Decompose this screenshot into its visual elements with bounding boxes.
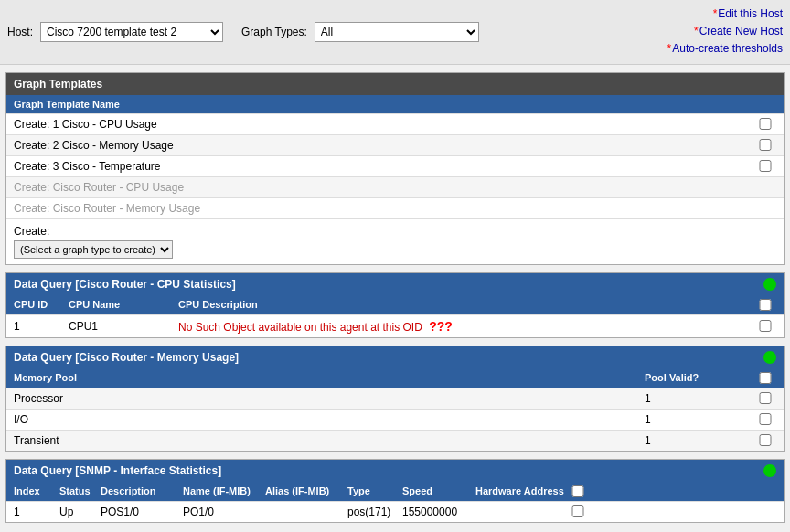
snmp-name-1: PO1/0 [183, 505, 265, 518]
dq-memory-title: Data Query [Cisco Router - Memory Usage] [14, 351, 239, 364]
data-query-memory-section: Data Query [Cisco Router - Memory Usage]… [5, 346, 785, 452]
gt-row-3-checkbox[interactable] [754, 160, 776, 172]
gt-row-5-label: Create: Cisco Router - Memory Usage [14, 202, 754, 215]
action-links: Edit this Host Create New Host Auto-crea… [667, 5, 783, 59]
dq-snmp-title: Data Query [SNMP - Interface Statistics] [14, 464, 221, 477]
cpu-name-value: CPU1 [69, 320, 178, 333]
auto-create-thresholds-link[interactable]: Auto-create thresholds [667, 40, 783, 58]
snmp-col-desc: Description [101, 485, 183, 496]
snmp-col-speed: Speed [402, 485, 475, 496]
snmp-col-name: Name (IF-MIB) [183, 485, 265, 496]
mem-pool-1: Processor [14, 392, 645, 405]
dq-memory-col-header: Memory Pool Pool Valid? [6, 368, 784, 388]
host-row: Host: Cisco 7200 template test 2 Graph T… [7, 22, 479, 42]
graph-types-label: Graph Types: [241, 26, 307, 38]
mem-row-2-checkbox[interactable] [754, 413, 776, 425]
dq-snmp-status-circle [763, 464, 776, 477]
gt-create-select[interactable]: (Select a graph type to create) [14, 240, 173, 259]
snmp-index-1: 1 [14, 505, 59, 518]
gt-row-4: Create: Cisco Router - CPU Usage [6, 176, 784, 197]
gt-row-2-checkbox[interactable] [754, 139, 776, 151]
gt-row-2: Create: 2 Cisco - Memory Usage [6, 134, 784, 155]
header-bar: Host: Cisco 7200 template test 2 Graph T… [0, 0, 790, 65]
cpu-id-value: 1 [14, 320, 69, 333]
snmp-col-hw: Hardware Address [475, 485, 567, 496]
dq-cpu-status-circle [763, 278, 776, 291]
dq-memory-status-circle [763, 351, 776, 364]
mem-pool-2: I/O [14, 413, 645, 426]
gt-row-4-label: Create: Cisco Router - CPU Usage [14, 181, 754, 194]
mem-row-2: I/O 1 [6, 409, 784, 430]
dq-memory-header-checkbox[interactable] [754, 372, 776, 384]
create-new-host-link[interactable]: Create New Host [667, 23, 783, 40]
snmp-row-1-checkbox[interactable] [567, 505, 589, 517]
graph-types-select[interactable]: All [315, 22, 479, 42]
snmp-col-type: Type [347, 485, 402, 496]
cpu-desc-value: No Such Object available on this agent a… [178, 319, 754, 334]
graph-templates-title: Graph Templates [6, 73, 784, 95]
mem-col-pool: Memory Pool [14, 372, 645, 383]
cpu-row-1-checkbox[interactable] [754, 320, 776, 332]
snmp-col-alias: Alias (IF-MIB) [265, 485, 347, 496]
snmp-type-1: pos(171) [347, 505, 402, 518]
gt-row-3: Create: 3 Cisco - Temperature [6, 155, 784, 176]
data-query-cpu-section: Data Query [Cisco Router - CPU Statistic… [5, 272, 785, 338]
snmp-col-status: Status [59, 485, 101, 496]
mem-col-valid: Pool Valid? [645, 372, 754, 383]
gt-create-label: Create: [14, 225, 776, 238]
edit-host-link[interactable]: Edit this Host [667, 5, 783, 23]
graph-templates-col-header: Graph Template Name [6, 95, 784, 113]
gt-create-row: Create: (Select a graph type to create) [6, 218, 784, 264]
cpu-col-name: CPU Name [69, 299, 178, 310]
cpu-data-row-1: 1 CPU1 No Such Object available on this … [6, 314, 784, 337]
dq-cpu-col-header: CPU ID CPU Name CPU Description [6, 295, 784, 314]
gt-row-3-label: Create: 3 Cisco - Temperature [14, 160, 754, 173]
mem-row-3: Transient 1 [6, 430, 784, 451]
host-label: Host: [7, 26, 33, 38]
dq-snmp-title-bar: Data Query [SNMP - Interface Statistics] [6, 460, 784, 482]
gt-row-1-label: Create: 1 Cisco - CPU Usage [14, 118, 754, 131]
dq-memory-title-bar: Data Query [Cisco Router - Memory Usage] [6, 346, 784, 368]
snmp-desc-1: POS1/0 [101, 505, 183, 518]
snmp-status-1: Up [59, 505, 101, 518]
gt-row-5: Create: Cisco Router - Memory Usage [6, 197, 784, 218]
graph-template-name-col: Graph Template Name [14, 99, 754, 110]
data-query-snmp-section: Data Query [SNMP - Interface Statistics]… [5, 459, 785, 523]
mem-valid-2: 1 [645, 413, 754, 426]
dq-cpu-title: Data Query [Cisco Router - CPU Statistic… [14, 278, 236, 291]
dq-snmp-col-header: Index Status Description Name (IF-MIB) A… [6, 482, 784, 501]
gt-row-1-checkbox[interactable] [754, 118, 776, 130]
host-select[interactable]: Cisco 7200 template test 2 [40, 22, 223, 42]
mem-row-1-checkbox[interactable] [754, 392, 776, 404]
snmp-col-index: Index [14, 485, 59, 496]
mem-row-3-checkbox[interactable] [754, 434, 776, 446]
dq-snmp-header-checkbox[interactable] [567, 485, 589, 497]
mem-valid-1: 1 [645, 392, 754, 405]
snmp-row-1: 1 Up POS1/0 PO1/0 pos(171) 155000000 [6, 501, 784, 522]
mem-pool-3: Transient [14, 434, 645, 447]
mem-valid-3: 1 [645, 434, 754, 447]
cpu-col-id: CPU ID [14, 299, 69, 310]
mem-row-1: Processor 1 [6, 388, 784, 409]
cpu-col-desc: CPU Description [178, 299, 754, 310]
gt-row-2-label: Create: 2 Cisco - Memory Usage [14, 139, 754, 152]
dq-cpu-header-checkbox[interactable] [754, 299, 776, 311]
dq-cpu-title-bar: Data Query [Cisco Router - CPU Statistic… [6, 273, 784, 295]
graph-templates-section: Graph Templates Graph Template Name Crea… [5, 72, 785, 265]
snmp-speed-1: 155000000 [402, 505, 475, 518]
gt-row-1: Create: 1 Cisco - CPU Usage [6, 113, 784, 134]
